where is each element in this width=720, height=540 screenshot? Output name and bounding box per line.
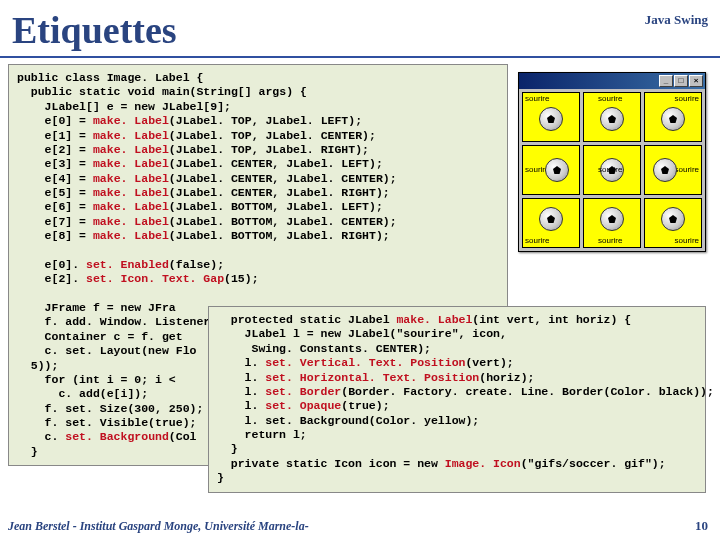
- maximize-button[interactable]: □: [674, 75, 688, 87]
- code-line: 5));: [17, 359, 58, 372]
- code-line: e[0] =: [17, 114, 93, 127]
- code-keyword: set. Border: [265, 385, 341, 398]
- slide-header: Etiquettes Java Swing: [0, 0, 720, 58]
- code-line: c. set. Layout(new Flo: [17, 344, 196, 357]
- soccer-icon: [653, 158, 677, 182]
- window-titlebar[interactable]: _ □ ×: [519, 73, 705, 89]
- code-line: public static void main(String[] args) {: [17, 85, 307, 98]
- code-keyword: make. Label: [93, 157, 169, 170]
- code-line: (15);: [224, 272, 259, 285]
- code-line: (Col: [169, 430, 197, 443]
- code-line: private static Icon icon = new: [217, 457, 445, 470]
- code-line: (JLabel. CENTER, JLabel. CENTER);: [169, 172, 397, 185]
- slide-subtitle: Java Swing: [645, 12, 708, 28]
- code-line: c. add(e[i]);: [17, 387, 148, 400]
- soccer-icon: [600, 207, 624, 231]
- code-line: Container c = f. get: [17, 330, 183, 343]
- code-line: (true);: [341, 399, 389, 412]
- code-line: (JLabel. CENTER, JLabel. RIGHT);: [169, 186, 390, 199]
- code-line: (JLabel. BOTTOM, JLabel. CENTER);: [169, 215, 397, 228]
- code-keyword: make. Label: [93, 129, 169, 142]
- page-number: 10: [695, 518, 708, 534]
- code-line: e[8] =: [17, 229, 93, 242]
- label-grid: sourire sourire sourire sourire sourire …: [519, 89, 705, 251]
- slide-title: Etiquettes: [12, 8, 177, 52]
- soccer-icon: [661, 207, 685, 231]
- code-line: (horiz);: [479, 371, 534, 384]
- code-line: ("gifs/soccer. gif");: [521, 457, 666, 470]
- code-keyword: set. Icon. Text. Gap: [86, 272, 224, 285]
- code-line: (JLabel. TOP, JLabel. CENTER);: [169, 129, 376, 142]
- code-line: (JLabel. TOP, JLabel. LEFT);: [169, 114, 362, 127]
- code-line: e[2].: [17, 272, 86, 285]
- code-keyword: make. Label: [93, 229, 169, 242]
- code-line: public class Image. Label {: [17, 71, 203, 84]
- code-line: }: [217, 471, 224, 484]
- code-line: for (int i = 0; i <: [17, 373, 176, 386]
- soccer-icon: [545, 158, 569, 182]
- code-line: f. add. Window. Listener: [17, 315, 210, 328]
- cell-text: sourire: [525, 95, 549, 103]
- code-line: f. set. Size(300, 250);: [17, 402, 203, 415]
- label-cell-0: sourire: [522, 92, 580, 142]
- demo-window: _ □ × sourire sourire sourire sourire so…: [518, 72, 706, 252]
- code-line: Swing. Constants. CENTER);: [217, 342, 431, 355]
- code-block-inset: protected static JLabel make. Label(int …: [208, 306, 706, 493]
- cell-text: sourire: [525, 237, 549, 245]
- code-keyword: make. Label: [93, 200, 169, 213]
- code-line: e[3] =: [17, 157, 93, 170]
- code-keyword: make. Label: [93, 172, 169, 185]
- code-line: l.: [217, 371, 265, 384]
- code-line: e[0].: [17, 258, 86, 271]
- soccer-icon: [661, 107, 685, 131]
- close-button[interactable]: ×: [689, 75, 703, 87]
- code-keyword: make. Label: [93, 114, 169, 127]
- code-line: (JLabel. BOTTOM, JLabel. RIGHT);: [169, 229, 390, 242]
- code-line: JLabel l = new JLabel("sourire", icon,: [217, 327, 507, 340]
- code-keyword: set. Background: [65, 430, 169, 443]
- code-line: e[7] =: [17, 215, 93, 228]
- code-line: (vert);: [465, 356, 513, 369]
- cell-text: sourire: [675, 95, 699, 103]
- cell-text: sourire: [598, 166, 622, 174]
- soccer-icon: [539, 107, 563, 131]
- code-line: l.: [217, 385, 265, 398]
- code-keyword: Image. Icon: [445, 457, 521, 470]
- code-line: e[6] =: [17, 200, 93, 213]
- code-line: protected static JLabel: [217, 313, 396, 326]
- label-cell-1: sourire: [583, 92, 641, 142]
- code-line: l.: [217, 399, 265, 412]
- code-keyword: make. Label: [93, 143, 169, 156]
- code-line: (Border. Factory. create. Line. Border(C…: [341, 385, 714, 398]
- soccer-icon: [600, 107, 624, 131]
- label-cell-2: sourire: [644, 92, 702, 142]
- code-keyword: set. Opaque: [265, 399, 341, 412]
- code-line: JLabel[] e = new JLabel[9];: [17, 100, 231, 113]
- cell-text: sourire: [598, 95, 622, 103]
- label-cell-8: sourire: [644, 198, 702, 248]
- code-line: }: [17, 445, 38, 458]
- code-keyword: make. Label: [93, 186, 169, 199]
- cell-text: sourire: [598, 237, 622, 245]
- code-line: c.: [17, 430, 65, 443]
- code-line: (false);: [169, 258, 224, 271]
- code-line: l.: [217, 356, 265, 369]
- code-keyword: set. Enabled: [86, 258, 169, 271]
- code-line: JFrame f = new JFra: [17, 301, 176, 314]
- code-line: e[1] =: [17, 129, 93, 142]
- code-line: f. set. Visible(true);: [17, 416, 196, 429]
- code-keyword: make. Label: [396, 313, 472, 326]
- code-keyword: set. Vertical. Text. Position: [265, 356, 465, 369]
- code-line: e[4] =: [17, 172, 93, 185]
- code-line: l. set. Background(Color. yellow);: [217, 414, 479, 427]
- slide-footer: Jean Berstel - Institut Gaspard Monge, U…: [8, 518, 708, 534]
- code-line: return l;: [217, 428, 307, 441]
- code-keyword: make. Label: [93, 215, 169, 228]
- label-cell-6: sourire: [522, 198, 580, 248]
- code-line: e[2] =: [17, 143, 93, 156]
- code-keyword: set. Horizontal. Text. Position: [265, 371, 479, 384]
- label-cell-5: sourire: [644, 145, 702, 195]
- minimize-button[interactable]: _: [659, 75, 673, 87]
- code-line: (JLabel. TOP, JLabel. RIGHT);: [169, 143, 369, 156]
- footer-attribution: Jean Berstel - Institut Gaspard Monge, U…: [8, 519, 309, 534]
